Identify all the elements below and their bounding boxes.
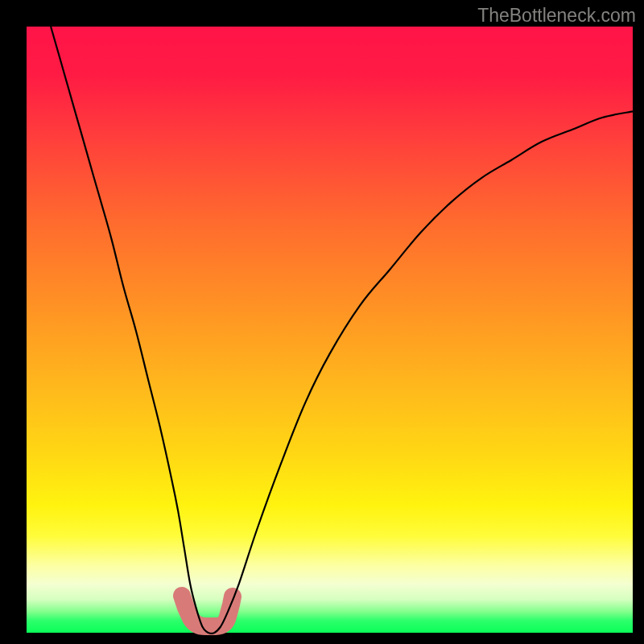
chart-svg [27, 27, 633, 633]
plot-area [27, 27, 633, 633]
bottleneck-curve [51, 27, 633, 634]
watermark-text: TheBottleneck.com [477, 5, 636, 27]
chart-frame: TheBottleneck.com [0, 0, 644, 644]
valley-marker [182, 596, 233, 626]
